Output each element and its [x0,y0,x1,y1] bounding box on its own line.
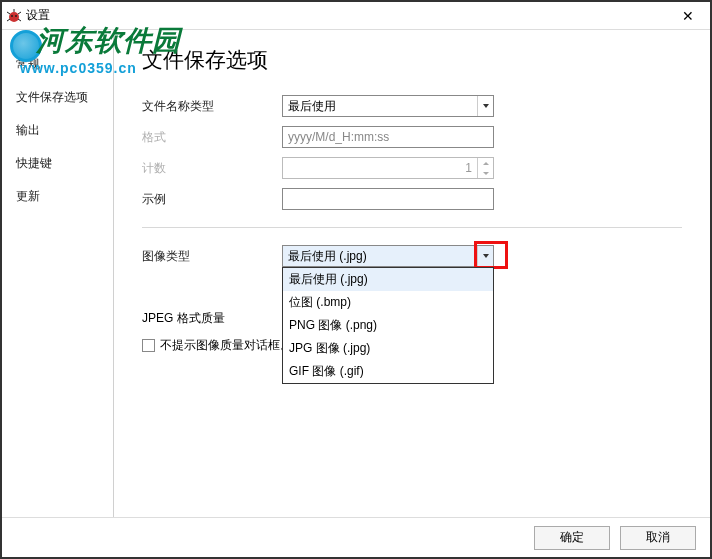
app-icon [6,8,22,24]
cancel-button[interactable]: 取消 [620,526,696,550]
format-input [282,126,494,148]
dialog-footer: 确定 取消 [2,517,710,557]
title-bar: 设置 ✕ [2,2,710,30]
spin-down-icon [477,168,493,178]
ok-button[interactable]: 确定 [534,526,610,550]
dropdown-option[interactable]: GIF 图像 (.gif) [283,360,493,383]
filename-type-label: 文件名称类型 [142,98,282,115]
count-spinner: 1 [282,157,494,179]
svg-point-0 [9,12,19,22]
window-title: 设置 [26,7,50,24]
dropdown-option[interactable]: PNG 图像 (.png) [283,314,493,337]
count-value: 1 [283,158,477,178]
page-heading: 文件保存选项 [142,46,682,74]
sidebar-item-shortcuts[interactable]: 快捷键 [2,147,113,180]
svg-point-1 [11,15,13,17]
count-label: 计数 [142,160,282,177]
sidebar-item-update[interactable]: 更新 [2,180,113,213]
sidebar-item-output[interactable]: 输出 [2,114,113,147]
dropdown-option[interactable]: 位图 (.bmp) [283,291,493,314]
format-label: 格式 [142,129,282,146]
sidebar-item-general[interactable]: 常规 [2,48,113,81]
filename-type-combo[interactable]: 最后使用 [282,95,494,117]
content-pane: 文件保存选项 文件名称类型 最后使用 格式 计数 1 [114,30,710,518]
sidebar-item-file-save[interactable]: 文件保存选项 [2,81,113,114]
checkbox-box [142,339,155,352]
svg-point-2 [15,15,17,17]
dropdown-option[interactable]: JPG 图像 (.jpg) [283,337,493,360]
example-label: 示例 [142,191,282,208]
dropdown-option[interactable]: 最后使用 (.jpg) [283,268,493,291]
chevron-down-icon [477,246,493,266]
close-button[interactable]: ✕ [666,2,710,30]
image-type-value: 最后使用 (.jpg) [283,248,477,265]
divider [142,227,682,228]
checkbox-label: 不提示图像质量对话框。 [160,337,292,354]
image-type-combo[interactable]: 最后使用 (.jpg) [282,245,494,267]
image-type-label: 图像类型 [142,248,282,265]
filename-type-value: 最后使用 [283,98,477,115]
sidebar: 常规 文件保存选项 输出 快捷键 更新 [2,30,114,518]
example-input[interactable] [282,188,494,210]
spin-up-icon [477,158,493,168]
chevron-down-icon [477,96,493,116]
image-type-dropdown: 最后使用 (.jpg) 位图 (.bmp) PNG 图像 (.png) JPG … [282,267,494,384]
